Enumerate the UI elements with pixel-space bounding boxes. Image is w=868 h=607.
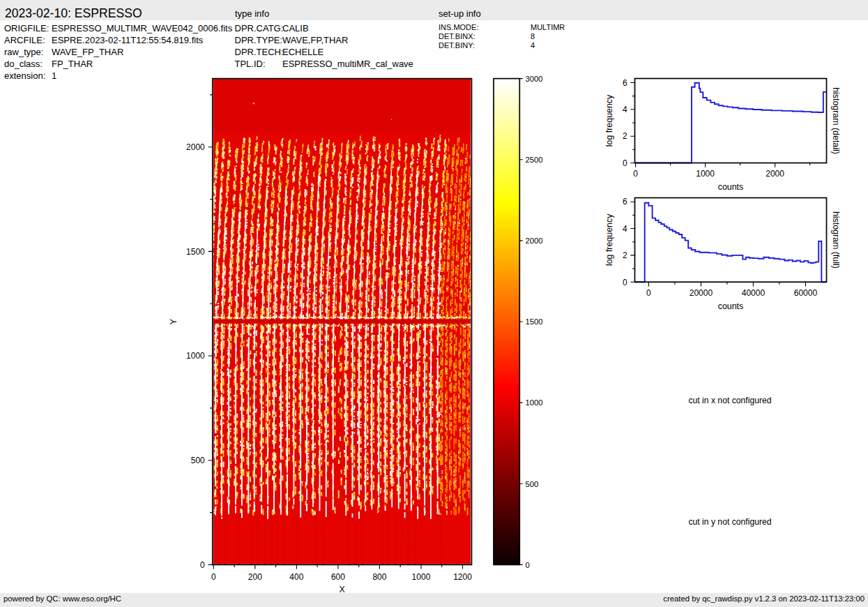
svg-text:0: 0: [633, 169, 638, 179]
svg-text:2: 2: [623, 131, 627, 141]
svg-text:ECHELLE: ECHELLE: [282, 47, 324, 57]
svg-text:log frequency: log frequency: [604, 94, 614, 147]
svg-text:DET.BINY:: DET.BINY:: [439, 41, 475, 50]
svg-text:1000: 1000: [186, 351, 205, 361]
svg-text:counts: counts: [718, 182, 744, 192]
svg-text:MULTIMR: MULTIMR: [531, 23, 565, 31]
svg-text:log frequency: log frequency: [604, 213, 614, 266]
svg-text:6: 6: [623, 197, 627, 207]
svg-text:40000: 40000: [742, 288, 766, 298]
svg-text:1000: 1000: [412, 572, 431, 582]
svg-text:8: 8: [531, 32, 535, 40]
svg-text:3000: 3000: [526, 75, 543, 83]
svg-text:2000: 2000: [766, 169, 784, 179]
svg-text:0: 0: [200, 560, 205, 570]
svg-text:2: 2: [623, 250, 627, 260]
svg-text:1200: 1200: [453, 572, 472, 582]
svg-text:600: 600: [331, 572, 345, 582]
svg-text:1500: 1500: [526, 317, 543, 326]
svg-text:cut in x not configured: cut in x not configured: [688, 396, 771, 405]
svg-text:set-up info: set-up info: [439, 8, 481, 19]
svg-text:0: 0: [623, 158, 627, 168]
svg-text:0: 0: [526, 561, 530, 569]
svg-text:TPL.ID:: TPL.ID:: [235, 59, 266, 69]
svg-text:cut in y not configured: cut in y not configured: [688, 517, 771, 527]
svg-text:1: 1: [52, 70, 56, 81]
svg-text:2000: 2000: [186, 142, 205, 152]
svg-text:4: 4: [623, 105, 627, 114]
svg-text:histogram (detail): histogram (detail): [831, 87, 841, 154]
svg-text:20000: 20000: [690, 288, 713, 298]
svg-text:500: 500: [191, 456, 205, 465]
svg-text:DPR.TYPE:: DPR.TYPE:: [235, 35, 283, 45]
svg-text:ARCFILE:: ARCFILE:: [4, 35, 45, 45]
svg-text:counts: counts: [718, 301, 744, 311]
svg-text:X: X: [340, 585, 345, 594]
svg-text:1500: 1500: [186, 247, 205, 257]
svg-text:powered by QC: www.eso.org/HC: powered by QC: www.eso.org/HC: [3, 594, 121, 603]
svg-text:extension:: extension:: [4, 70, 45, 81]
svg-text:raw_type:: raw_type:: [4, 47, 43, 57]
svg-text:1000: 1000: [526, 398, 543, 407]
svg-text:FP_THAR: FP_THAR: [52, 59, 93, 69]
svg-text:WAVE,FP,THAR: WAVE,FP,THAR: [282, 35, 348, 45]
svg-text:ESPRESSO_MULTIMR_WAVE042_0006.: ESPRESSO_MULTIMR_WAVE042_0006.fits: [52, 23, 233, 33]
svg-text:ESPRE.2023-02-11T12:55:54.819.: ESPRE.2023-02-11T12:55:54.819.fits: [52, 35, 204, 45]
svg-text:INS.MODE:: INS.MODE:: [439, 23, 478, 31]
svg-text:800: 800: [372, 572, 386, 582]
svg-text:ESPRESSO_multiMR_cal_wave: ESPRESSO_multiMR_cal_wave: [282, 59, 413, 69]
svg-text:60000: 60000: [794, 288, 818, 298]
svg-text:200: 200: [248, 572, 262, 582]
svg-text:4: 4: [531, 41, 535, 50]
svg-text:2023-02-10: ESPRESSO: 2023-02-10: ESPRESSO: [5, 6, 142, 20]
svg-text:500: 500: [526, 480, 539, 488]
svg-text:DET.BINX:: DET.BINX:: [439, 32, 475, 40]
svg-text:0: 0: [623, 278, 627, 287]
svg-text:6: 6: [623, 78, 627, 88]
svg-text:WAVE_FP_THAR: WAVE_FP_THAR: [52, 47, 123, 57]
svg-text:DPR.CATG:: DPR.CATG:: [235, 23, 284, 33]
svg-text:4: 4: [623, 224, 627, 234]
svg-text:histogram (full): histogram (full): [831, 211, 841, 269]
svg-text:ORIGFILE:: ORIGFILE:: [4, 23, 49, 33]
svg-text:2500: 2500: [526, 156, 543, 164]
svg-text:0: 0: [211, 572, 216, 582]
svg-text:DPR.TECH:: DPR.TECH:: [235, 47, 284, 57]
svg-text:created by qc_rawdisp.py v1.2.: created by qc_rawdisp.py v1.2.3 on 2023-…: [663, 594, 865, 603]
svg-text:0: 0: [646, 288, 651, 298]
svg-text:do_class:: do_class:: [4, 59, 43, 69]
svg-text:400: 400: [289, 572, 303, 582]
svg-text:1000: 1000: [696, 169, 715, 179]
svg-text:2000: 2000: [526, 237, 543, 245]
svg-text:type info: type info: [235, 8, 269, 19]
svg-text:Y: Y: [169, 319, 178, 324]
svg-text:CALIB: CALIB: [282, 23, 309, 33]
